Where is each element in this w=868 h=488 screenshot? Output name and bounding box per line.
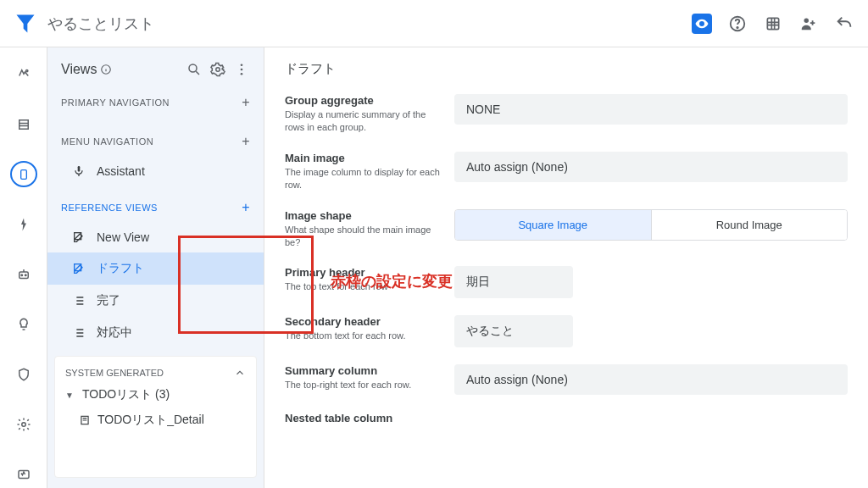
edit-icon bbox=[71, 230, 86, 244]
rail-intelligence-icon[interactable] bbox=[10, 312, 37, 338]
more-icon[interactable] bbox=[233, 61, 250, 78]
info-icon[interactable] bbox=[100, 64, 112, 75]
preview-icon[interactable] bbox=[692, 14, 712, 34]
rail-data-icon[interactable] bbox=[10, 111, 37, 137]
svg-point-9 bbox=[25, 274, 26, 276]
list-icon bbox=[71, 294, 86, 308]
mic-icon bbox=[71, 164, 86, 178]
seg-square[interactable]: Square Image bbox=[455, 210, 651, 240]
add-primary-nav[interactable]: + bbox=[242, 95, 250, 110]
nav-new-view-label: New View bbox=[97, 230, 149, 244]
nav-assistant[interactable]: Assistant bbox=[47, 156, 264, 186]
svg-point-16 bbox=[241, 69, 243, 71]
field-label-group-aggregate: Group aggregate bbox=[285, 94, 441, 107]
grid-icon[interactable] bbox=[763, 14, 783, 34]
section-ref-views: REFERENCE VIEWS + bbox=[47, 193, 264, 222]
add-ref-view[interactable]: + bbox=[242, 200, 250, 215]
topbar-actions bbox=[692, 14, 854, 34]
dropdown-secondary-header[interactable]: やること bbox=[454, 315, 573, 347]
rail-manage-icon[interactable] bbox=[10, 462, 37, 488]
svg-point-17 bbox=[241, 73, 243, 75]
collapse-icon[interactable] bbox=[234, 367, 246, 379]
rail-bots-icon[interactable] bbox=[10, 262, 37, 288]
nav-done-label: 完了 bbox=[97, 293, 120, 308]
svg-point-3 bbox=[804, 18, 810, 22]
field-desc-secondary-header: The bottom text for each row. bbox=[285, 330, 441, 342]
svg-rect-18 bbox=[78, 166, 81, 172]
topbar: やることリスト bbox=[0, 0, 868, 47]
views-panel-title: Views bbox=[61, 62, 112, 77]
dropdown-summary-column[interactable]: Auto assign (None) bbox=[454, 364, 848, 395]
rail-views-icon[interactable] bbox=[10, 161, 37, 187]
svg-point-15 bbox=[241, 64, 243, 66]
field-label-main-image: Main image bbox=[285, 152, 441, 164]
svg-point-8 bbox=[21, 274, 23, 276]
svg-point-13 bbox=[189, 64, 197, 72]
nav-new-view[interactable]: New View bbox=[47, 222, 264, 252]
field-desc-summary-column: The top-right text for each row. bbox=[285, 379, 441, 391]
search-icon[interactable] bbox=[186, 61, 203, 78]
nav-inprogress[interactable]: 対応中 bbox=[47, 317, 264, 349]
svg-rect-2 bbox=[767, 18, 778, 29]
svg-point-10 bbox=[21, 423, 25, 427]
nav-assistant-label: Assistant bbox=[97, 164, 145, 178]
annotation-text: 赤枠の設定に変更 bbox=[331, 271, 453, 291]
svg-point-1 bbox=[737, 26, 737, 27]
app-title: やることリスト bbox=[47, 14, 154, 34]
svg-point-14 bbox=[216, 68, 220, 72]
tree-root-label: TODOリスト (3) bbox=[82, 387, 170, 402]
field-desc-image-shape: What shape should the main image be? bbox=[285, 224, 441, 250]
nav-inprogress-label: 対応中 bbox=[97, 325, 132, 341]
field-label-image-shape: Image shape bbox=[285, 209, 441, 222]
field-desc-group-aggregate: Display a numeric summary of the rows in… bbox=[285, 108, 441, 135]
field-label-nested-table: Nested table column bbox=[285, 412, 441, 424]
segmented-image-shape: Square Image Round Image bbox=[454, 209, 848, 241]
seg-round[interactable]: Round Image bbox=[651, 210, 848, 240]
content-title: ドラフト bbox=[285, 61, 848, 77]
field-desc-main-image: The image column to display for each row… bbox=[285, 166, 441, 192]
app-logo bbox=[14, 12, 37, 36]
undo-icon[interactable] bbox=[834, 14, 854, 34]
dropdown-group-aggregate[interactable]: NONE bbox=[454, 94, 848, 125]
field-label-summary-column: Summary column bbox=[285, 364, 441, 377]
dropdown-main-image[interactable]: Auto assign (None) bbox=[454, 152, 848, 182]
rail-actions-icon[interactable] bbox=[10, 211, 37, 237]
field-label-secondary-header: Secondary header bbox=[285, 315, 441, 328]
section-primary-nav: PRIMARY NAVIGATION + bbox=[47, 88, 264, 117]
gear-icon[interactable] bbox=[209, 61, 226, 78]
nav-rail bbox=[0, 47, 47, 488]
dropdown-primary-header[interactable]: 期日 bbox=[454, 266, 573, 298]
tree-child[interactable]: TODOリスト_Detail bbox=[55, 408, 256, 433]
svg-rect-6 bbox=[20, 169, 26, 179]
nav-draft-label: ドラフト bbox=[97, 261, 144, 276]
nav-done[interactable]: 完了 bbox=[47, 285, 264, 317]
help-icon[interactable] bbox=[727, 14, 748, 34]
edit-icon bbox=[71, 262, 86, 275]
views-panel: Views PRIMARY NAVIGATION + MENU NAVIGATI… bbox=[47, 47, 264, 488]
caret-icon: ▼ bbox=[65, 391, 75, 400]
list-icon bbox=[71, 326, 86, 340]
tree-child-label: TODOリスト_Detail bbox=[97, 413, 204, 428]
detail-icon bbox=[79, 414, 91, 426]
section-sys-gen: SYSTEM GENERATED bbox=[55, 363, 256, 382]
tree-root[interactable]: ▼ TODOリスト (3) bbox=[55, 382, 256, 408]
section-menu-nav: MENU NAVIGATION + bbox=[47, 127, 264, 156]
nav-draft[interactable]: ドラフト bbox=[47, 252, 264, 285]
add-menu-nav[interactable]: + bbox=[242, 134, 250, 149]
svg-point-4 bbox=[25, 69, 27, 71]
content-area: ドラフト Group aggregate Display a numeric s… bbox=[264, 47, 868, 488]
svg-rect-5 bbox=[19, 119, 28, 129]
rail-settings-icon[interactable] bbox=[10, 412, 37, 438]
add-user-icon[interactable] bbox=[798, 14, 819, 34]
rail-home-icon[interactable] bbox=[10, 61, 37, 87]
rail-security-icon[interactable] bbox=[10, 362, 37, 388]
